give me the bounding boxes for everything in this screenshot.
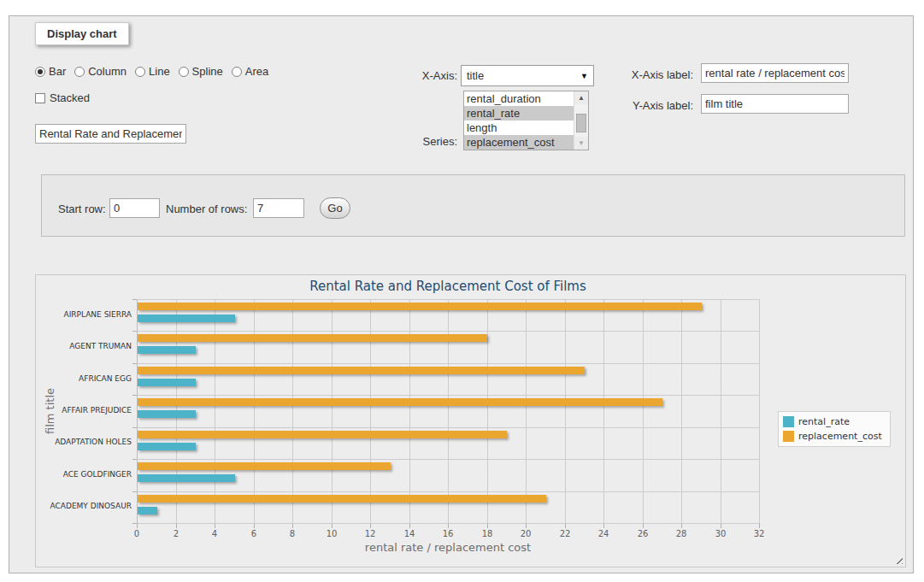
scroll-up-icon[interactable]: ▲ [574, 91, 588, 104]
go-button[interactable]: Go [320, 197, 350, 219]
category-label: AFFAIR PREJUDICE [38, 406, 132, 414]
x-tick-label: 32 [746, 529, 772, 538]
axis-tick [292, 524, 293, 528]
bar-rental_rate[interactable] [138, 507, 157, 514]
radio-spline[interactable]: Spline [179, 65, 223, 78]
bar-rental_rate[interactable] [138, 346, 196, 354]
x-tick-label: 18 [474, 529, 500, 538]
radio-circle-icon[interactable] [179, 67, 189, 77]
gridline [332, 299, 333, 523]
checkbox-box[interactable] [35, 93, 45, 103]
radio-label: Spline [192, 65, 223, 78]
series-option-rental_rate[interactable]: rental_rate [464, 106, 574, 121]
series-option-replacement_cost[interactable]: replacement_cost [464, 135, 574, 150]
number-of-rows-input[interactable] [253, 198, 304, 218]
start-row-label: Start row: [58, 203, 106, 215]
gridline [137, 331, 759, 332]
radio-circle-icon[interactable] [135, 67, 145, 77]
gridline [215, 299, 215, 523]
bar-rental_rate[interactable] [138, 315, 235, 322]
bar-rental_rate[interactable] [138, 379, 196, 386]
chart-container: Rental Rate and Replacement Cost of Film… [35, 274, 906, 567]
x-tick-label: 30 [708, 529, 733, 538]
bar-replacement_cost[interactable] [138, 462, 391, 470]
axis-tick [215, 524, 215, 528]
chart-title-input[interactable] [35, 124, 186, 144]
radio-line[interactable]: Line [135, 65, 170, 78]
gridline [526, 299, 527, 523]
x-tick-label: 10 [319, 529, 344, 538]
x-tick-label: 28 [668, 529, 694, 538]
series-option-length[interactable]: length [464, 121, 574, 135]
series-scrollbar[interactable]: ▲ ▼ [574, 91, 588, 150]
x-tick-label: 24 [591, 529, 616, 538]
bar-rental_rate[interactable] [138, 443, 196, 450]
bar-rental_rate[interactable] [138, 410, 196, 418]
bar-replacement_cost[interactable] [138, 431, 507, 438]
x-tick-label: 12 [357, 529, 383, 538]
radio-circle-icon[interactable] [232, 67, 242, 77]
bar-replacement_cost[interactable] [138, 303, 702, 310]
gridline [487, 299, 488, 523]
bar-replacement_cost[interactable] [138, 398, 662, 406]
radio-label: Bar [49, 65, 66, 78]
x-tick-label: 0 [124, 529, 150, 538]
gridline [643, 299, 644, 523]
bar-replacement_cost[interactable] [138, 334, 487, 342]
axis-tick [721, 524, 721, 528]
bar-replacement_cost[interactable] [138, 367, 585, 374]
category-label: ACADEMY DINOSAUR [38, 502, 132, 510]
x-axis-select-label: X-Axis: [376, 69, 457, 82]
x-axis-label-input[interactable] [701, 63, 849, 83]
x-tick-label: 22 [552, 529, 578, 538]
radio-circle-icon[interactable] [74, 67, 85, 77]
radio-circle-icon[interactable] [35, 67, 45, 77]
resize-handle-icon[interactable] [893, 555, 903, 564]
axis-tick [254, 524, 255, 528]
scroll-down-icon[interactable]: ▼ [574, 137, 588, 150]
chart-type-radio-group: BarColumnLineSplineArea [35, 65, 268, 78]
radio-bar[interactable]: Bar [35, 65, 66, 78]
chart-legend: rental_ratereplacement_cost [778, 411, 891, 447]
category-tick [132, 459, 137, 460]
page: BarColumnLineSplineArea Stacked X-Axis: … [0, 0, 924, 582]
start-row-input[interactable] [109, 198, 160, 218]
radio-area[interactable]: Area [232, 65, 268, 78]
x-tick-label: 26 [630, 529, 656, 538]
category-tick [132, 395, 137, 396]
gridline [137, 299, 759, 300]
bar-replacement_cost[interactable] [138, 495, 546, 503]
bar-rental_rate[interactable] [138, 474, 235, 482]
category-tick [132, 427, 137, 428]
x-tick-label: 16 [435, 529, 461, 538]
series-options: rental_durationrental_ratelengthreplacem… [464, 91, 574, 150]
x-tick-label: 8 [280, 529, 305, 538]
x-axis-select[interactable]: title ▼ [461, 65, 594, 86]
y-axis-label-input[interactable] [701, 94, 849, 114]
number-of-rows-label: Number of rows: [166, 203, 247, 215]
gridline [137, 459, 759, 460]
legend-item-replacement_cost[interactable]: replacement_cost [783, 431, 882, 442]
chevron-down-icon: ▼ [580, 72, 588, 80]
gridline [254, 299, 255, 523]
scrollbar-thumb[interactable] [576, 114, 586, 132]
series-listbox[interactable]: rental_durationrental_ratelengthreplacem… [463, 91, 589, 150]
category-label: AFRICAN EGG [38, 374, 132, 383]
radio-label: Line [149, 65, 170, 78]
stacked-checkbox[interactable]: Stacked [35, 91, 90, 104]
legend-item-rental_rate[interactable]: rental_rate [783, 416, 882, 427]
display-chart-fieldset: BarColumnLineSplineArea Stacked X-Axis: … [9, 15, 914, 573]
axis-tick [176, 524, 177, 528]
axis-tick [643, 524, 644, 528]
axis-tick [526, 524, 527, 528]
series-option-rental_duration[interactable]: rental_duration [464, 91, 574, 106]
radio-column[interactable]: Column [74, 65, 127, 78]
gridline [681, 299, 682, 523]
x-axis-label-label: X-Axis label: [612, 68, 693, 81]
chart-title: Rental Rate and Replacement Cost of Film… [36, 279, 860, 294]
category-label: AGENT TRUMAN [38, 342, 132, 350]
gridline [137, 491, 759, 492]
category-tick [132, 331, 137, 332]
axis-tick [332, 524, 333, 528]
axis-tick [448, 524, 449, 528]
